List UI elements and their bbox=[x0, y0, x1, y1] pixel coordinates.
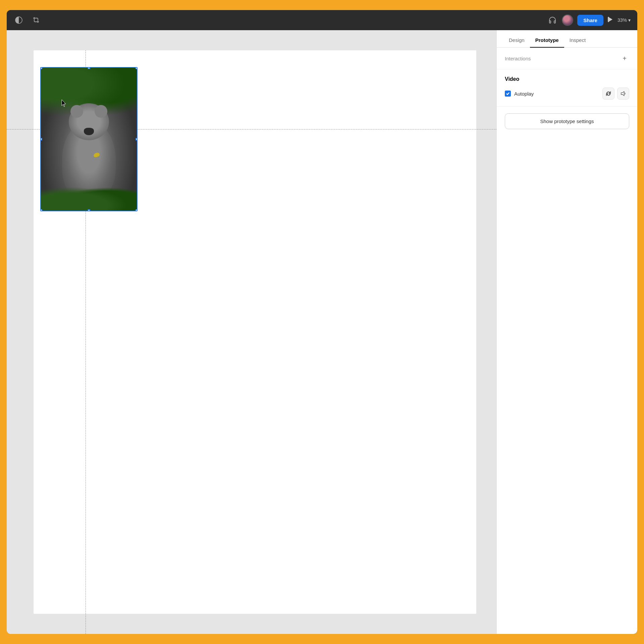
koala-ear-left bbox=[70, 105, 83, 118]
toolbar: Share 33% ▾ bbox=[7, 10, 362, 30]
canvas-area: 479 × 720 · Video bbox=[7, 30, 362, 362]
handle-top-center[interactable] bbox=[88, 67, 90, 69]
crop-icon[interactable] bbox=[31, 15, 42, 25]
selected-video-element[interactable]: 479 × 720 · Video bbox=[40, 67, 138, 211]
koala-head bbox=[69, 103, 109, 140]
toolbar-left bbox=[13, 15, 362, 25]
koala-ear-right bbox=[95, 105, 107, 118]
theme-toggle-icon[interactable] bbox=[13, 15, 24, 25]
handle-right-center[interactable] bbox=[136, 138, 138, 141]
handle-top-right[interactable] bbox=[135, 67, 138, 69]
canvas-inner: 479 × 720 · Video bbox=[7, 30, 362, 362]
handle-bottom-left[interactable] bbox=[40, 209, 43, 211]
handle-bottom-right[interactable] bbox=[135, 209, 138, 211]
main-area: 479 × 720 · Video Design Prototype Inspe… bbox=[7, 30, 362, 362]
app-container: Share 33% ▾ bbox=[7, 10, 362, 362]
handle-left-center[interactable] bbox=[40, 138, 42, 141]
koala-nose bbox=[84, 128, 94, 135]
foliage-bottom bbox=[41, 184, 137, 211]
handle-bottom-center[interactable] bbox=[88, 209, 90, 211]
video-thumbnail bbox=[41, 68, 137, 211]
